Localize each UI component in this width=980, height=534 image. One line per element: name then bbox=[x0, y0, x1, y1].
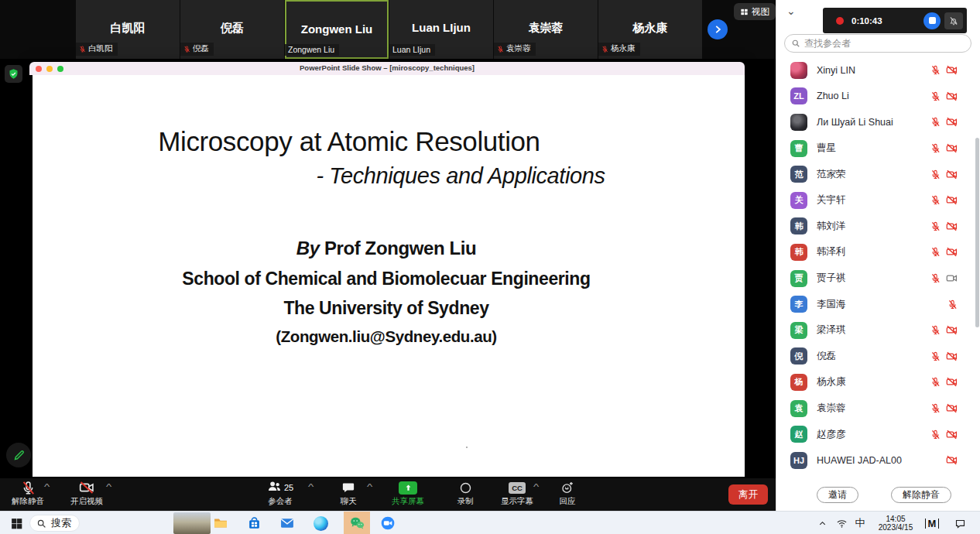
mic-muted-icon bbox=[930, 273, 941, 283]
video-tile[interactable]: 袁崇蓉 袁崇蓉 bbox=[494, 0, 598, 59]
chat-options-chevron[interactable]: ^ bbox=[367, 482, 372, 491]
speech-bubble-icon bbox=[954, 518, 966, 529]
edge-browser-icon[interactable] bbox=[309, 512, 332, 534]
smiley-plus-icon bbox=[560, 481, 574, 495]
file-explorer-icon[interactable] bbox=[209, 512, 232, 534]
record-button[interactable]: 录制 bbox=[436, 480, 495, 507]
chat-tray-icon[interactable] bbox=[951, 512, 969, 534]
widgets-thumbnail[interactable] bbox=[173, 512, 211, 534]
participant-row[interactable]: 曹曹星 bbox=[776, 135, 975, 162]
share-screen-button[interactable]: 共享屏幕 bbox=[379, 480, 437, 507]
participant-row[interactable]: 关关宇轩 bbox=[776, 187, 975, 214]
tile-name-badge: 倪磊 bbox=[180, 43, 214, 56]
participants-button[interactable]: 25 参会者 bbox=[251, 480, 310, 507]
participant-search-box bbox=[784, 34, 971, 53]
participant-row[interactable]: 梁梁泽琪 bbox=[776, 317, 975, 344]
participant-search-input[interactable] bbox=[804, 38, 951, 49]
wifi-status[interactable] bbox=[833, 512, 850, 534]
participant-row[interactable]: 倪倪磊 bbox=[776, 344, 975, 370]
view-button-label: 视图 bbox=[752, 6, 769, 18]
camera-off-icon bbox=[946, 91, 958, 102]
invite-button[interactable]: 邀请 bbox=[817, 487, 858, 503]
chevron-right-icon bbox=[712, 24, 723, 35]
mic-muted-icon bbox=[930, 377, 941, 387]
participant-row[interactable]: HJHUAWEI JAD-AL00 bbox=[776, 447, 975, 474]
participant-name: Ли Шуай Li Shuai bbox=[817, 117, 930, 128]
panel-chevron-down-icon[interactable]: ⌄ bbox=[786, 5, 796, 17]
m-app-tray-icon[interactable]: M bbox=[923, 512, 941, 534]
search-icon bbox=[36, 519, 46, 529]
participant-row[interactable]: 贾贾子祺 bbox=[776, 265, 975, 292]
recording-indicator: 0:10:43 bbox=[823, 8, 967, 33]
mic-muted-icon bbox=[183, 46, 190, 53]
camera-off-icon bbox=[946, 142, 958, 154]
zoom-app-icon[interactable] bbox=[376, 512, 399, 534]
windows-taskbar: 搜索 中 14:05 2023/4/15 M bbox=[0, 511, 980, 534]
mail-icon[interactable] bbox=[276, 512, 299, 534]
stop-recording-button[interactable] bbox=[923, 12, 941, 29]
mic-muted-icon bbox=[930, 430, 941, 440]
participant-row[interactable]: Ли Шуай Li Shuai bbox=[776, 109, 975, 135]
unmute-all-button[interactable]: 解除静音 bbox=[891, 487, 951, 503]
video-tile[interactable]: 杨永康 杨永康 bbox=[598, 0, 702, 59]
participant-row[interactable]: ZLZhuo Li bbox=[776, 84, 975, 110]
taskbar-clock[interactable]: 14:05 2023/4/15 bbox=[873, 512, 918, 534]
video-tile[interactable]: 白凯阳 白凯阳 bbox=[76, 0, 180, 59]
mic-muted-icon bbox=[930, 351, 941, 361]
participant-name: 关宇轩 bbox=[817, 193, 930, 207]
taskbar-search[interactable]: 搜索 bbox=[29, 515, 80, 532]
reactions-button[interactable]: 回应 bbox=[538, 480, 597, 507]
m-logo: M bbox=[925, 519, 939, 529]
participant-row[interactable]: 赵赵彦彦 bbox=[776, 421, 975, 447]
microsoft-store-icon[interactable] bbox=[242, 512, 266, 534]
captions-label: 显示字幕 bbox=[501, 496, 533, 507]
participant-row[interactable]: Xinyi LIN bbox=[776, 57, 975, 84]
mic-muted-icon bbox=[930, 65, 941, 75]
avatar: 梁 bbox=[790, 322, 807, 339]
avatar: 韩 bbox=[790, 244, 807, 261]
mic-muted-icon bbox=[930, 403, 941, 413]
start-button[interactable] bbox=[6, 512, 26, 534]
clock-time: 14:05 bbox=[886, 515, 905, 523]
next-page-arrow-button[interactable] bbox=[708, 19, 728, 39]
mic-muted-icon bbox=[947, 300, 958, 310]
audio-options-chevron[interactable]: ^ bbox=[44, 482, 50, 491]
share-screen-icon bbox=[399, 481, 417, 495]
tray-expand-chevron[interactable] bbox=[814, 512, 830, 534]
participants-panel: ⌄ 0:10:43 Xinyi LIN ZLZhuo Li Ли Шуай Li… bbox=[776, 0, 980, 511]
avatar: 关 bbox=[790, 192, 807, 209]
tile-badge-label: Luan LIjun bbox=[392, 45, 430, 54]
tile-name-badge: 白凯阳 bbox=[76, 43, 118, 56]
ime-indicator[interactable]: 中 bbox=[852, 512, 869, 534]
video-options-chevron[interactable]: ^ bbox=[106, 482, 111, 491]
participant-row[interactable]: 韩韩泽利 bbox=[776, 239, 975, 265]
mic-muted-icon bbox=[930, 247, 941, 257]
participant-row[interactable]: 杨杨永康 bbox=[776, 369, 975, 395]
camera-off-icon bbox=[946, 64, 958, 76]
tile-participant-name: 袁崇蓉 bbox=[494, 21, 598, 36]
annotate-button[interactable] bbox=[6, 443, 31, 467]
sidebar-scrollbar[interactable] bbox=[975, 138, 979, 327]
unmute-label: 解除静音 bbox=[12, 496, 44, 507]
avatar bbox=[790, 114, 807, 131]
meeting-security-shield-button[interactable] bbox=[5, 65, 22, 83]
participant-status-icons bbox=[930, 91, 975, 102]
participant-status-icons bbox=[930, 246, 975, 258]
leave-meeting-button[interactable]: 离开 bbox=[728, 484, 768, 505]
participants-count: 25 bbox=[284, 483, 293, 492]
video-tile[interactable]: Zongwen LiuZongwen Liu bbox=[285, 0, 389, 59]
notifications-muted-button[interactable] bbox=[944, 12, 963, 29]
participant-row[interactable]: 韩韩刘洋 bbox=[776, 214, 975, 240]
participant-row[interactable]: 范范家荣 bbox=[776, 161, 975, 187]
participant-row[interactable]: 李李国海 bbox=[776, 291, 975, 317]
participant-name: Xinyi LIN bbox=[817, 65, 930, 76]
video-tile[interactable]: Luan LIjunLuan LIjun bbox=[389, 0, 493, 59]
chevron-up-icon bbox=[818, 519, 827, 528]
participant-status-icons bbox=[930, 402, 975, 414]
wechat-icon[interactable] bbox=[345, 512, 368, 534]
video-strip: 白凯阳 白凯阳倪磊 倪磊Zongwen LiuZongwen LiuLuan L… bbox=[0, 0, 776, 59]
participants-options-chevron[interactable]: ^ bbox=[308, 482, 314, 491]
view-button[interactable]: 视图 bbox=[734, 3, 776, 20]
participant-row[interactable]: 袁袁崇蓉 bbox=[776, 395, 975, 422]
video-tile[interactable]: 倪磊 倪磊 bbox=[180, 0, 284, 59]
